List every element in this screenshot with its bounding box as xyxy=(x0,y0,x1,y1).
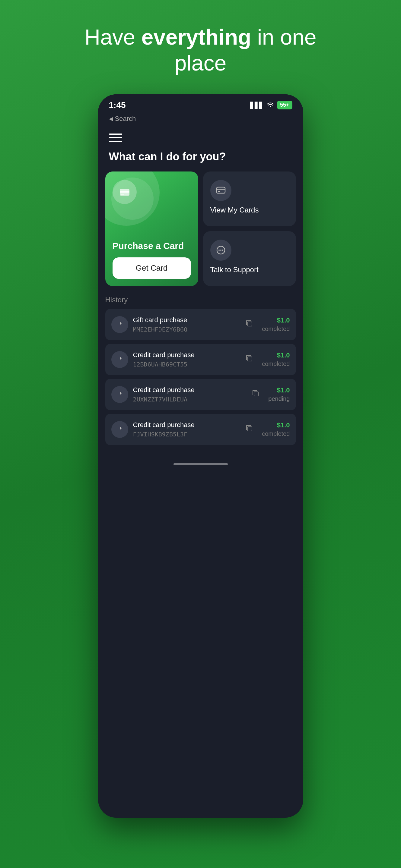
history-item-code-2: 12BD6UAHB69CT55 xyxy=(133,361,237,368)
history-item[interactable]: Gift card purchase MME2EHFDEZY6B6Q $1.0 … xyxy=(105,309,296,340)
nav-bar: ◀ Search xyxy=(98,113,303,127)
hamburger-menu[interactable] xyxy=(98,127,303,148)
talk-to-support-card[interactable]: Talk to Support xyxy=(203,231,296,286)
history-item-icon-4 xyxy=(111,421,128,438)
signal-icon: ▋▋▋ xyxy=(250,101,264,109)
history-item-info-1: Gift card purchase MME2EHFDEZY6B6Q xyxy=(133,316,237,333)
copy-icon-4[interactable] xyxy=(245,424,254,435)
home-indicator xyxy=(173,463,228,465)
svg-point-7 xyxy=(219,250,220,251)
history-item-info-3: Credit card purchase 2UXNZZT7VHLDEUA xyxy=(133,386,243,403)
history-amount-block-2: $1.0 completed xyxy=(262,351,290,367)
history-title: History xyxy=(105,296,296,304)
history-amount-3: $1.0 xyxy=(268,386,290,394)
history-item-type-1: Gift card purchase xyxy=(133,316,237,324)
hamburger-line-3 xyxy=(109,141,122,142)
svg-rect-2 xyxy=(121,194,124,195)
purchase-card-title: Purchase a Card xyxy=(113,241,191,251)
hamburger-line-2 xyxy=(109,137,122,138)
get-card-button[interactable]: Get Card xyxy=(113,257,191,279)
view-my-cards-label: View My Cards xyxy=(210,206,289,214)
svg-rect-17 xyxy=(248,427,252,431)
history-item-2[interactable]: Credit card purchase 12BD6UAHB69CT55 $1.… xyxy=(105,344,296,375)
svg-rect-5 xyxy=(218,191,220,192)
hero-title-bold: everything xyxy=(141,25,251,49)
talk-to-support-label: Talk to Support xyxy=(210,266,289,274)
history-item-type-2: Credit card purchase xyxy=(133,351,237,359)
back-arrow-icon: ◀ xyxy=(109,116,113,122)
battery-badge: 55+ xyxy=(277,101,292,110)
view-my-cards-card[interactable]: View My Cards xyxy=(203,172,296,226)
purchase-card-icon xyxy=(113,180,137,204)
svg-rect-1 xyxy=(120,191,130,193)
hamburger-line-1 xyxy=(109,133,122,135)
back-label: Search xyxy=(115,115,136,123)
svg-point-8 xyxy=(220,250,222,251)
history-item-4[interactable]: Credit card purchase FJVIHSKB9ZB5L3F $1.… xyxy=(105,414,296,445)
hero-title: Have everything in one place xyxy=(80,24,321,76)
history-amount-2: $1.0 xyxy=(262,351,290,359)
history-item-icon-2 xyxy=(111,351,128,368)
svg-marker-14 xyxy=(120,392,122,395)
history-status-2: completed xyxy=(262,361,290,367)
history-amount-4: $1.0 xyxy=(262,421,290,429)
history-item-info-2: Credit card purchase 12BD6UAHB69CT55 xyxy=(133,351,237,368)
svg-rect-3 xyxy=(217,187,225,193)
nav-back[interactable]: ◀ Search xyxy=(109,115,136,123)
history-item-type-4: Credit card purchase xyxy=(133,421,237,429)
svg-rect-11 xyxy=(248,322,252,326)
history-item-code-1: MME2EHFDEZY6B6Q xyxy=(133,326,237,333)
history-amount-block-3: $1.0 pending xyxy=(268,386,290,402)
copy-icon-1[interactable] xyxy=(245,319,254,330)
svg-rect-13 xyxy=(248,357,252,361)
view-cards-icon xyxy=(210,180,231,201)
support-icon xyxy=(210,240,231,261)
svg-rect-15 xyxy=(254,392,258,396)
history-status-4: completed xyxy=(262,430,290,437)
status-time: 1:45 xyxy=(109,100,126,110)
history-status-3: pending xyxy=(268,396,290,402)
history-amount-block-1: $1.0 completed xyxy=(262,316,290,333)
svg-marker-12 xyxy=(120,356,122,360)
svg-point-9 xyxy=(222,250,223,251)
history-item-type-3: Credit card purchase xyxy=(133,386,243,394)
main-grid: Purchase a Card Get Card View My Cards xyxy=(98,172,303,293)
svg-marker-16 xyxy=(120,427,122,430)
wifi-icon xyxy=(267,101,274,108)
history-item-code-3: 2UXNZZT7VHLDEUA xyxy=(133,396,243,403)
history-item-info-4: Credit card purchase FJVIHSKB9ZB5L3F xyxy=(133,421,237,438)
copy-icon-3[interactable] xyxy=(251,389,260,400)
phone-frame: 1:45 ▋▋▋ 55+ ◀ Search What can I do for … xyxy=(98,94,303,818)
purchase-card[interactable]: Purchase a Card Get Card xyxy=(105,172,198,286)
status-bar: 1:45 ▋▋▋ 55+ xyxy=(98,94,303,113)
history-section: History Gift card purchase MME2EHFDEZY6B… xyxy=(98,293,303,456)
history-item-icon-3 xyxy=(111,386,128,403)
copy-icon-2[interactable] xyxy=(245,354,254,365)
history-amount-block-4: $1.0 completed xyxy=(262,421,290,437)
history-amount-1: $1.0 xyxy=(262,316,290,324)
history-item-code-4: FJVIHSKB9ZB5L3F xyxy=(133,431,237,438)
history-status-1: completed xyxy=(262,326,290,333)
status-icons: ▋▋▋ 55+ xyxy=(250,101,292,110)
history-item-icon-1 xyxy=(111,316,128,333)
svg-marker-10 xyxy=(120,321,122,325)
history-item-3[interactable]: Credit card purchase 2UXNZZT7VHLDEUA $1.… xyxy=(105,379,296,410)
page-title: What can I do for you? xyxy=(98,148,303,172)
